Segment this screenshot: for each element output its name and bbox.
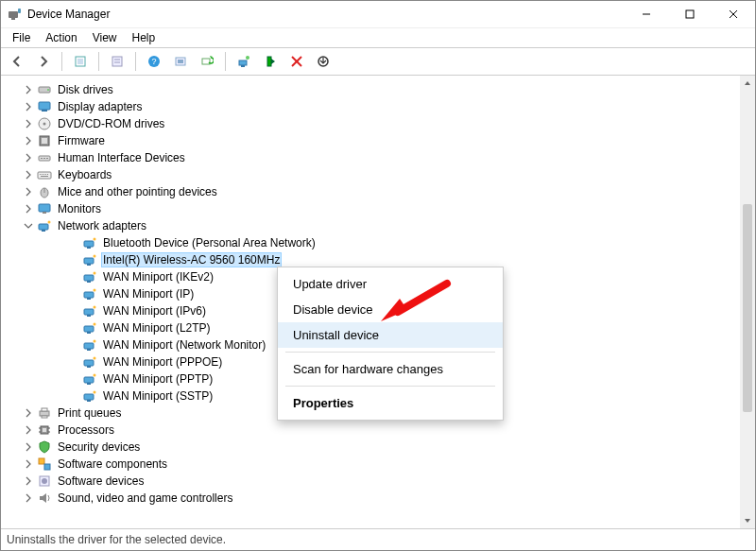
action-center-button[interactable]	[168, 49, 193, 74]
vertical-scrollbar[interactable]	[740, 76, 755, 528]
context-menu-separator	[285, 386, 495, 387]
show-hidden-button[interactable]	[68, 49, 93, 74]
svg-rect-80	[40, 411, 49, 416]
chevron-icon[interactable]	[22, 102, 35, 112]
tree-item[interactable]: Firmware	[7, 132, 740, 149]
chevron-icon[interactable]	[22, 170, 35, 180]
svg-rect-42	[41, 176, 48, 177]
update-driver-button[interactable]	[232, 49, 256, 74]
device-icon	[37, 439, 52, 455]
svg-point-58	[94, 272, 96, 275]
device-icon	[82, 252, 97, 267]
menu-view[interactable]: View	[85, 29, 125, 46]
tree-item[interactable]: Disk drives	[7, 81, 740, 98]
scan-hardware-button[interactable]	[195, 49, 219, 74]
chevron-icon[interactable]	[22, 476, 35, 486]
svg-rect-8	[77, 59, 83, 64]
tree-item[interactable]: Human Interface Devices	[7, 149, 740, 166]
svg-point-29	[43, 123, 46, 126]
minimize-button[interactable]	[625, 1, 668, 27]
tree-item[interactable]: Processors	[7, 422, 740, 439]
device-icon	[82, 286, 97, 301]
svg-point-19	[246, 56, 249, 60]
svg-point-70	[94, 340, 96, 343]
chevron-icon[interactable]	[22, 425, 35, 435]
tree-item[interactable]: Software components	[7, 456, 740, 473]
svg-rect-54	[87, 264, 91, 266]
svg-rect-18	[241, 65, 245, 67]
svg-rect-41	[47, 174, 48, 175]
tree-item-label: Monitors	[56, 202, 103, 215]
tree-item-label: Software components	[56, 457, 169, 471]
svg-point-49	[48, 221, 51, 224]
chevron-icon[interactable]	[22, 204, 35, 214]
tree-item[interactable]: Monitors	[7, 200, 740, 217]
tree-item[interactable]: DVD/CD-ROM drives	[7, 115, 740, 132]
enable-device-button[interactable]	[311, 49, 335, 74]
tree-item-network-adapters[interactable]: Network adapters	[7, 217, 740, 234]
tree-item-label: Security devices	[56, 440, 142, 454]
context-menu-item[interactable]: Disable device	[278, 297, 503, 322]
svg-rect-69	[87, 349, 91, 351]
help-button[interactable]: ?	[142, 49, 166, 74]
tree-item-label: WAN Miniport (IPv6)	[101, 304, 208, 318]
tree-item-label: WAN Miniport (IKEv2)	[101, 270, 215, 284]
svg-rect-2	[18, 9, 21, 13]
context-menu-item[interactable]: Scan for hardware changes	[278, 356, 503, 382]
tree-item[interactable]: Display adapters	[7, 98, 740, 115]
chevron-icon[interactable]	[22, 221, 35, 231]
tree-item-label: Processors	[56, 423, 116, 437]
chevron-icon[interactable]	[22, 153, 35, 163]
menu-help[interactable]: Help	[125, 29, 163, 46]
device-icon	[37, 456, 52, 472]
forward-button[interactable]	[31, 49, 56, 74]
svg-rect-37	[40, 174, 41, 175]
chevron-icon[interactable]	[22, 119, 35, 129]
status-text: Uninstalls the driver for the selected d…	[7, 533, 226, 546]
svg-rect-65	[84, 326, 94, 332]
tree-item-label: WAN Miniport (PPPOE)	[101, 355, 224, 369]
svg-rect-62	[84, 309, 94, 315]
chevron-icon[interactable]	[22, 136, 35, 146]
scroll-thumb[interactable]	[743, 204, 752, 412]
tree-item[interactable]: Mice and other pointing devices	[7, 183, 740, 200]
chevron-icon[interactable]	[22, 459, 35, 469]
device-icon	[37, 218, 52, 233]
tree-item-label: Mice and other pointing devices	[56, 185, 219, 198]
tree-item[interactable]: Keyboards	[7, 166, 740, 183]
svg-point-61	[94, 289, 96, 292]
menu-action[interactable]: Action	[38, 29, 84, 46]
title-bar: Device Manager	[1, 1, 755, 27]
chevron-icon[interactable]	[22, 187, 35, 197]
device-icon	[82, 303, 97, 319]
svg-rect-57	[87, 281, 91, 283]
chevron-icon[interactable]	[22, 85, 35, 95]
back-button[interactable]	[5, 49, 29, 74]
tree-item[interactable]: Bluetooth Device (Personal Area Network)	[7, 234, 740, 251]
disable-device-button[interactable]	[258, 49, 283, 74]
close-button[interactable]	[712, 1, 755, 27]
tree-item-label: Software devices	[56, 474, 146, 488]
chevron-icon[interactable]	[22, 408, 35, 418]
context-menu-item[interactable]: Properties	[278, 390, 503, 416]
properties-button[interactable]	[105, 49, 129, 74]
menu-file[interactable]: File	[5, 29, 38, 46]
device-icon	[82, 337, 97, 353]
context-menu-item[interactable]: Update driver	[278, 271, 503, 297]
svg-rect-38	[42, 174, 43, 175]
tree-item[interactable]: Security devices	[7, 439, 740, 456]
svg-rect-26	[39, 102, 50, 110]
chevron-icon[interactable]	[22, 442, 35, 452]
maximize-button[interactable]	[668, 1, 712, 27]
tree-item[interactable]: Software devices	[7, 473, 740, 490]
chevron-icon[interactable]	[22, 493, 35, 503]
tree-item-label: WAN Miniport (PPTP)	[101, 372, 215, 386]
svg-rect-17	[239, 60, 247, 65]
tree-item[interactable]: Sound, video and game controllers	[7, 490, 740, 507]
scroll-down-arrow[interactable]	[740, 513, 755, 528]
context-menu-item[interactable]: Uninstall device	[278, 322, 503, 348]
svg-rect-77	[84, 394, 94, 400]
uninstall-device-button[interactable]	[284, 49, 309, 74]
svg-rect-20	[267, 57, 271, 66]
scroll-up-arrow[interactable]	[740, 76, 755, 91]
